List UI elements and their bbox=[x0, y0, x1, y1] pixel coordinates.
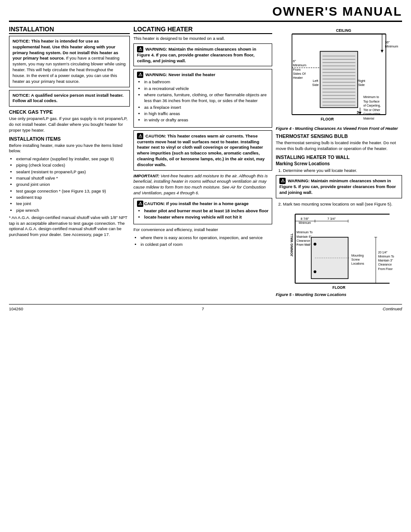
list-item: in windy or drafty areas bbox=[144, 117, 269, 123]
caution-box-1: ⚠ CAUTION: This heater creates warm air … bbox=[133, 130, 272, 171]
middle-column: LOCATING HEATER This heater is designed … bbox=[133, 26, 272, 249]
warning-icon-fig5: ⚠ bbox=[279, 178, 286, 184]
locating-intro: This heater is designed to be mounted on… bbox=[133, 36, 272, 42]
convenience-intro: For convenience and efficiency, install … bbox=[133, 227, 272, 233]
list-item: sealant (resistant to propane/LP gas) bbox=[16, 169, 130, 175]
notice-box-2: NOTICE: A qualified service person must … bbox=[9, 90, 130, 107]
caution2-list: heater pilot and burner must be at least… bbox=[144, 208, 269, 220]
svg-text:From Floor: From Floor bbox=[378, 267, 393, 270]
left-column: INSTALLATION NOTICE: This heater is inte… bbox=[9, 26, 130, 240]
list-item: test gauge connection * (see Figure 13, … bbox=[16, 188, 130, 194]
svg-text:CEILING: CEILING bbox=[336, 28, 351, 33]
list-item: heater pilot and burner must be at least… bbox=[144, 208, 269, 214]
svg-text:From: From bbox=[293, 68, 300, 72]
fig4-caption: Figure 4 - Mounting Clearances As Viewed… bbox=[276, 126, 402, 131]
list-item: tee joint bbox=[16, 201, 130, 206]
svg-text:Combustible: Combustible bbox=[363, 112, 380, 116]
list-item: manual shutoff valve * bbox=[16, 175, 130, 181]
list-item: external regulator (supplied by installe… bbox=[16, 156, 130, 162]
main-content: INSTALLATION NOTICE: This heater is inte… bbox=[9, 26, 402, 300]
svg-text:6": 6" bbox=[293, 59, 296, 63]
warning-box-2: ⚠ WARNING: Never install the heater in a… bbox=[133, 69, 272, 127]
svg-text:Material: Material bbox=[363, 117, 374, 120]
install-items-title: INSTALLATION ITEMS bbox=[9, 136, 130, 142]
warning2-bold: WARNING: Never install the heater bbox=[146, 72, 215, 77]
convenience-list: where there is easy access for operation… bbox=[141, 235, 272, 247]
svg-text:Side: Side bbox=[312, 83, 319, 87]
page-header: OWNER'S MANUAL bbox=[9, 4, 402, 22]
thermostat-text: The thermostat sensing bulb is located i… bbox=[276, 140, 402, 152]
list-item: in a recreational vehicle bbox=[144, 86, 269, 91]
caution1-text: CAUTION: This heater creates warm air cu… bbox=[137, 133, 265, 167]
notice-box-1: NOTICE: This heater is intended for use … bbox=[9, 36, 130, 87]
svg-text:Clearance: Clearance bbox=[378, 263, 392, 266]
warning-box-fig5: ⚠ WARNING: Maintain minimum clearances s… bbox=[276, 175, 402, 198]
svg-text:Left: Left bbox=[313, 79, 318, 83]
list-item: where curtains, furniture, clothing, or … bbox=[144, 92, 269, 104]
part-number: 104260 bbox=[9, 306, 23, 311]
svg-text:of Carpeting,: of Carpeting, bbox=[363, 104, 381, 107]
page-number: 7 bbox=[202, 306, 204, 311]
list-item: in coldest part of room bbox=[141, 241, 272, 247]
caution-icon-1: ⚠ bbox=[137, 133, 143, 139]
list-item: pipe wrench bbox=[16, 207, 130, 213]
svg-text:Right: Right bbox=[358, 79, 365, 83]
continued-label: Continued bbox=[383, 306, 402, 311]
svg-text:Clearance: Clearance bbox=[296, 239, 310, 242]
install-items-footnote: * An A.G.A. design-certified manual shut… bbox=[9, 215, 130, 238]
svg-text:8 7/8": 8 7/8" bbox=[301, 216, 309, 220]
install-items-intro: Before installing heater, make sure you … bbox=[9, 143, 130, 154]
figure5-container: JOINING WALL FLOOR 8 7/8" bbox=[276, 210, 402, 297]
install-steps: Determine where you will locate heater. bbox=[283, 167, 402, 173]
svg-text:Maintain 6": Maintain 6" bbox=[296, 235, 312, 238]
important-text: IMPORTANT: Vent-free heaters add moistur… bbox=[133, 173, 272, 196]
warning-fig5-text: WARNING: Maintain minimum clearances sho… bbox=[279, 178, 396, 194]
step1: Determine where you will locate heater. bbox=[283, 167, 402, 173]
svg-text:Minimum: Minimum bbox=[299, 221, 311, 224]
svg-text:Side: Side bbox=[358, 83, 365, 87]
caution2-bold: ⚠CAUTION: If you install the heater in a… bbox=[137, 201, 269, 207]
list-item: locate heater where moving vehicle will … bbox=[144, 214, 269, 220]
warning1-text: WARNING: Maintain the minimum clearances… bbox=[137, 46, 256, 63]
list-item: in high traffic areas bbox=[144, 111, 269, 116]
figure4-diagram: CEILING FLOOR bbox=[276, 26, 402, 124]
svg-text:36": 36" bbox=[385, 40, 390, 44]
locating-title: LOCATING HEATER bbox=[133, 26, 272, 34]
svg-text:7 3/4": 7 3/4" bbox=[327, 216, 336, 220]
svg-text:3: 3 bbox=[357, 110, 359, 115]
svg-text:From Wall: From Wall bbox=[296, 243, 310, 246]
warning-box-1: ⚠ WARNING: Maintain the minimum clearanc… bbox=[133, 43, 272, 67]
svg-text:Minimum To: Minimum To bbox=[296, 231, 313, 234]
install-steps-2: Mark two mounting screw locations on wal… bbox=[283, 201, 402, 207]
caution-box-2: ⚠CAUTION: If you install the heater in a… bbox=[133, 198, 272, 225]
figure4-container: CEILING FLOOR bbox=[276, 26, 402, 131]
svg-text:Screw: Screw bbox=[351, 258, 360, 261]
svg-text:Minimum To: Minimum To bbox=[378, 255, 394, 258]
installing-title: INSTALLING HEATER TO WALL bbox=[276, 154, 402, 160]
svg-text:Minimum: Minimum bbox=[293, 63, 306, 67]
figure5-diagram: JOINING WALL FLOOR 8 7/8" bbox=[276, 210, 402, 290]
svg-text:FLOOR: FLOOR bbox=[333, 286, 346, 290]
fig5-caption: Figure 5 - Mounting Screw Locations bbox=[276, 292, 402, 297]
list-item: ground joint union bbox=[16, 181, 130, 187]
svg-rect-6 bbox=[320, 51, 358, 108]
warning-icon-2: ⚠ bbox=[137, 72, 143, 78]
svg-text:Maintain 3": Maintain 3" bbox=[378, 259, 393, 262]
caution-icon-2: ⚠ bbox=[137, 201, 143, 207]
svg-text:Top Surface: Top Surface bbox=[363, 100, 379, 103]
marking-title: Marking Screw Locations bbox=[276, 161, 402, 166]
warning2-list: in a bathroom in a recreational vehicle … bbox=[144, 79, 269, 123]
list-item: sediment trap bbox=[16, 194, 130, 200]
svg-text:Locations: Locations bbox=[351, 262, 364, 265]
svg-text:Mounting: Mounting bbox=[351, 254, 364, 257]
svg-text:JOINING WALL: JOINING WALL bbox=[290, 233, 294, 257]
svg-text:Sides Of: Sides Of bbox=[293, 72, 306, 76]
list-item: where there is easy access for operation… bbox=[141, 235, 272, 240]
list-item: piping (check local codes) bbox=[16, 162, 130, 168]
svg-point-53 bbox=[313, 270, 316, 273]
warning-icon-1: ⚠ bbox=[137, 46, 143, 52]
page-title: OWNER'S MANUAL bbox=[9, 4, 402, 19]
notice2-text: NOTICE: A qualified service person must … bbox=[13, 93, 124, 103]
list-item: in a bathroom bbox=[144, 79, 269, 85]
check-gas-text: Use only propane/LP gas. If your gas sup… bbox=[9, 116, 130, 133]
